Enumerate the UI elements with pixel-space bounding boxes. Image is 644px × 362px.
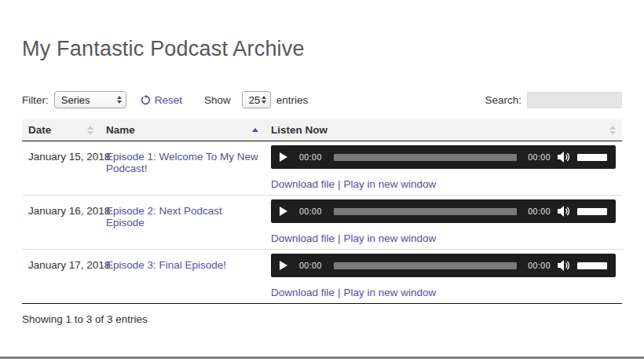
current-time: 00:00: [299, 207, 323, 216]
reset-label: Reset: [155, 94, 182, 106]
filter-select[interactable]: Series: [54, 91, 126, 108]
link-divider: |: [338, 232, 341, 244]
footer-divider-bar: [0, 357, 644, 359]
episode-title-link[interactable]: Episode 2: Next Podcast Episode: [106, 205, 222, 229]
filter-label: Filter:: [22, 94, 49, 106]
play-in-new-window-link[interactable]: Play in new window: [344, 178, 437, 190]
link-divider: |: [338, 287, 341, 298]
episode-name-cell: Episode 2: Next Podcast Episode: [100, 196, 265, 249]
episode-date: January 17, 2018: [22, 250, 100, 303]
listen-now-cell: 00:00 00:00 Download file|Play in new wi…: [265, 250, 622, 303]
duration-time: 00:00: [527, 207, 551, 216]
page-title: My Fantastic Podcast Archive: [22, 36, 622, 61]
volume-slider[interactable]: [577, 262, 607, 269]
reset-button[interactable]: Reset: [141, 94, 182, 106]
sort-both-icon: [87, 126, 93, 135]
show-label: Show: [204, 94, 231, 106]
file-links: Download file|Play in new window: [271, 232, 616, 244]
current-time: 00:00: [299, 261, 323, 270]
episode-title-link[interactable]: Episode 1: Welcome To My New Podcast!: [106, 151, 258, 174]
progress-bar[interactable]: [334, 262, 517, 269]
search-label: Search:: [485, 94, 521, 106]
filter-select-value: Series: [61, 94, 90, 106]
volume-slider[interactable]: [577, 154, 607, 161]
column-header-label: Listen Now: [271, 124, 327, 136]
volume-slider[interactable]: [577, 208, 607, 215]
episode-name-cell: Episode 1: Welcome To My New Podcast!: [100, 141, 265, 195]
episode-date: January 16, 2018: [22, 196, 100, 249]
select-spinner-icon: [117, 96, 122, 104]
episode-title-link[interactable]: Episode 3: Final Episode!: [106, 259, 226, 271]
episode-date: January 15, 2018: [22, 141, 100, 195]
entries-summary: Showing 1 to 3 of 3 entries: [22, 313, 622, 325]
download-file-link[interactable]: Download file: [271, 232, 335, 244]
page-length-value: 25: [249, 94, 260, 106]
table-header-row: Date Name Listen Now: [22, 119, 622, 141]
table-controls: Filter: Series Reset Show 25 entries Sea…: [22, 90, 622, 109]
search-area: Search:: [485, 92, 622, 108]
download-file-link[interactable]: Download file: [271, 178, 335, 190]
column-header-date[interactable]: Date: [22, 119, 100, 141]
table-row: January 16, 2018 Episode 2: Next Podcast…: [22, 196, 622, 250]
listen-now-cell: 00:00 00:00 Download file|Play in new wi…: [265, 141, 622, 195]
speaker-icon[interactable]: [558, 205, 571, 218]
page-length-select[interactable]: 25: [242, 91, 271, 108]
duration-time: 00:00: [527, 261, 551, 270]
sort-ascending-icon: [252, 128, 258, 132]
table-row: January 15, 2018 Episode 1: Welcome To M…: [22, 141, 622, 196]
sort-both-icon: [609, 126, 616, 135]
progress-bar[interactable]: [334, 208, 517, 215]
audio-player: 00:00 00:00: [271, 199, 616, 223]
link-divider: |: [338, 178, 341, 190]
entries-label: entries: [276, 94, 309, 106]
table-row: January 17, 2018 Episode 3: Final Episod…: [22, 250, 622, 304]
progress-bar[interactable]: [334, 154, 517, 161]
column-header-name[interactable]: Name: [100, 119, 265, 141]
current-time: 00:00: [299, 152, 323, 162]
speaker-icon[interactable]: [558, 151, 571, 163]
page-container: My Fantastic Podcast Archive Filter: Ser…: [22, 36, 622, 325]
download-file-link[interactable]: Download file: [271, 287, 335, 298]
listen-now-cell: 00:00 00:00 Download file|Play in new wi…: [265, 196, 622, 249]
play-icon[interactable]: [280, 261, 287, 270]
select-spinner-icon: [262, 96, 266, 104]
column-header-label: Date: [28, 124, 51, 136]
column-header-listen-now[interactable]: Listen Now: [265, 119, 622, 141]
play-in-new-window-link[interactable]: Play in new window: [344, 287, 437, 298]
column-header-label: Name: [106, 124, 135, 136]
play-icon[interactable]: [280, 207, 287, 216]
duration-time: 00:00: [527, 152, 551, 162]
file-links: Download file|Play in new window: [271, 178, 616, 190]
search-input[interactable]: [527, 92, 622, 108]
file-links: Download file|Play in new window: [271, 287, 616, 298]
reset-icon: [141, 95, 151, 105]
episode-name-cell: Episode 3: Final Episode!: [100, 250, 265, 303]
speaker-icon[interactable]: [558, 259, 571, 272]
audio-player: 00:00 00:00: [271, 145, 616, 169]
play-icon[interactable]: [280, 152, 287, 162]
audio-player: 00:00 00:00: [271, 254, 616, 277]
play-in-new-window-link[interactable]: Play in new window: [344, 232, 437, 244]
